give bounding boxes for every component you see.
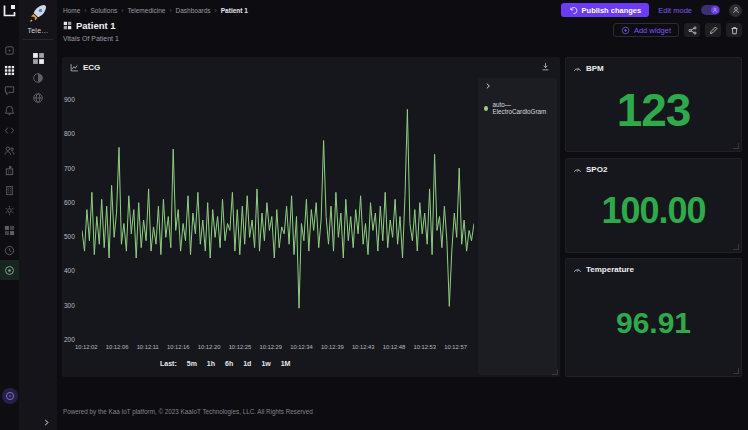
breadcrumb-separator: › (169, 7, 171, 14)
add-widget-label: Add widget (634, 26, 671, 35)
download-chart-button[interactable] (541, 62, 550, 71)
temperature-value: 96.91 (566, 269, 741, 376)
settings-gear-icon (4, 205, 15, 216)
x-tick: 10:12:29 (259, 344, 282, 350)
y-axis: 900 800 700 600 500 400 300 200 (64, 96, 79, 343)
notifications-bell-icon (4, 105, 15, 116)
breadcrumb-current: Patient 1 (221, 7, 248, 14)
chevron-right-icon (484, 82, 492, 90)
breadcrumb-separator: › (215, 7, 217, 14)
x-tick: 10:12:34 (290, 344, 313, 350)
sidebar-item-history[interactable] (0, 240, 19, 260)
sidebar-item-theme[interactable] (19, 68, 57, 88)
top-bar: Home › Solutions › Telemedicine › Dashbo… (63, 0, 742, 20)
y-tick: 300 (64, 302, 79, 309)
y-tick: 200 (64, 336, 79, 343)
globe-icon (32, 92, 44, 104)
help-circle-icon (5, 391, 15, 401)
resize-handle[interactable] (733, 143, 739, 149)
user-avatar[interactable] (729, 4, 742, 17)
legend-panel: auto—ElectroCardioGram (478, 78, 557, 375)
sidebar-item-dashboards[interactable] (19, 48, 57, 68)
rocket-logo (28, 3, 48, 23)
page-title: Patient 1 (76, 20, 116, 31)
x-tick: 10:12:39 (321, 344, 344, 350)
chevron-right-icon (42, 418, 51, 427)
solution-name: Tele… (28, 27, 49, 34)
dashboards-icon (32, 52, 45, 65)
sidebar-item-settings[interactable] (0, 200, 19, 220)
pencil-icon (709, 26, 718, 35)
sidebar-collapse-button[interactable] (42, 418, 51, 427)
sidebar-item-widgets[interactable] (0, 220, 19, 240)
sidebar-item-users[interactable] (0, 140, 19, 160)
x-tick: 10:12:20 (198, 344, 221, 350)
range-1w[interactable]: 1w (261, 360, 270, 367)
x-tick: 10:12:06 (106, 344, 129, 350)
toggle-knob (711, 6, 719, 14)
breadcrumb-dashboards[interactable]: Dashboards (176, 7, 211, 14)
breadcrumb-solutions[interactable]: Solutions (91, 7, 118, 14)
sidebar-item-building[interactable] (0, 180, 19, 200)
legend-series-label: auto—ElectroCardioGram (492, 101, 557, 115)
sidebar-item-chat[interactable] (0, 80, 19, 100)
x-tick: 10:12:57 (444, 344, 467, 350)
range-6h[interactable]: 6h (225, 360, 233, 367)
dashboard-canvas: ECG 900 800 700 600 500 400 300 200 (62, 50, 742, 384)
sidebar-item-globe[interactable] (19, 88, 57, 108)
resize-handle[interactable] (733, 244, 739, 250)
x-tick: 10:12:43 (352, 344, 375, 350)
share-icon (688, 26, 697, 35)
x-tick: 10:12:16 (167, 344, 190, 350)
x-tick: 10:12:48 (383, 344, 406, 350)
legend-collapse-button[interactable] (484, 82, 492, 90)
sidebar-item-active-target[interactable] (0, 260, 19, 280)
resize-handle[interactable] (733, 368, 739, 374)
sidebar-item-solutions[interactable] (0, 60, 19, 80)
breadcrumb-telemedicine[interactable]: Telemedicine (127, 7, 165, 14)
add-widget-button[interactable]: Add widget (613, 23, 679, 37)
code-icon (4, 125, 15, 136)
ecg-chart (82, 99, 474, 341)
y-tick: 400 (64, 267, 79, 274)
quick-range-label: Last: (160, 360, 177, 367)
building-icon (4, 185, 15, 196)
edit-dashboard-button[interactable] (705, 23, 721, 37)
y-tick: 900 (64, 96, 79, 103)
sidebar-item-notifications[interactable] (0, 100, 19, 120)
delete-dashboard-button[interactable] (726, 23, 742, 37)
trash-icon (730, 26, 739, 35)
sidebar-item-help[interactable] (2, 388, 18, 404)
primary-sidebar (0, 0, 19, 430)
legend-item[interactable]: auto—ElectroCardioGram (484, 101, 557, 115)
range-1h[interactable]: 1h (207, 360, 215, 367)
publish-changes-button[interactable]: Publish changes (561, 3, 650, 17)
resize-handle[interactable] (552, 369, 558, 375)
range-1d[interactable]: 1d (243, 360, 251, 367)
range-5m[interactable]: 5m (187, 360, 197, 367)
sidebar-item-apps[interactable] (0, 40, 19, 60)
legend-series-dot (484, 106, 488, 111)
kaa-logo-icon (2, 3, 17, 18)
ecg-polyline (82, 109, 474, 308)
edit-mode-toggle[interactable] (701, 5, 720, 15)
theme-contrast-icon (32, 72, 44, 84)
app-root: Tele… Home › Solutions › Telemedicine › … (0, 0, 748, 430)
sidebar-item-organization[interactable] (0, 160, 19, 180)
ecg-plot-area[interactable] (82, 99, 474, 341)
range-1M[interactable]: 1M (281, 360, 291, 367)
breadcrumb-home[interactable]: Home (63, 7, 80, 14)
y-tick: 700 (64, 165, 79, 172)
publish-changes-label: Publish changes (582, 6, 642, 15)
sidebar-item-code[interactable] (0, 120, 19, 140)
x-tick: 10:12:02 (75, 344, 98, 350)
x-tick: 10:12:53 (414, 344, 437, 350)
spo2-widget: SPO2 100.00 (565, 158, 742, 253)
undo-icon (569, 6, 578, 15)
x-tick: 10:12:11 (137, 344, 159, 350)
share-button[interactable] (684, 23, 700, 37)
quick-range-selector: Last: 5m 1h 6h 1d 1w 1M (160, 360, 290, 367)
person-icon (712, 7, 718, 13)
x-axis: 10:12:02 10:12:06 10:12:11 10:12:16 10:1… (75, 344, 467, 350)
temperature-widget: Temperature 96.91 (565, 258, 742, 377)
